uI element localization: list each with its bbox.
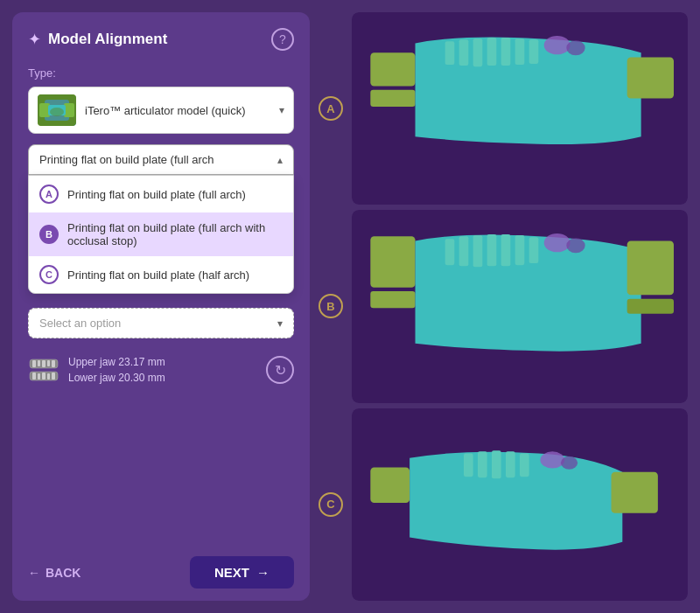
- preview-image-b: [352, 210, 688, 402]
- svg-point-28: [544, 36, 570, 54]
- svg-rect-31: [370, 291, 415, 308]
- panel-footer: ← BACK NEXT →: [28, 544, 294, 589]
- back-label: BACK: [46, 566, 80, 580]
- print-flat-dropdown-button[interactable]: Printing flat on build plate (full arch …: [28, 144, 294, 175]
- svg-rect-26: [529, 39, 539, 64]
- jaw-icon: [28, 358, 60, 382]
- preview-badge-a: A: [318, 96, 343, 121]
- svg-point-51: [561, 456, 578, 469]
- right-panel: A: [310, 0, 700, 613]
- preview-image-a: [352, 12, 688, 205]
- panel-header: ✦ Model Alignment ?: [28, 28, 294, 51]
- svg-rect-30: [370, 236, 415, 288]
- svg-rect-11: [52, 360, 55, 367]
- svg-rect-25: [515, 38, 525, 65]
- panel-title-row: ✦ Model Alignment: [28, 30, 167, 49]
- svg-rect-27: [627, 57, 674, 98]
- upper-jaw-text: Upper jaw 23.17 mm: [68, 354, 165, 370]
- jaw-texts: Upper jaw 23.17 mm Lower jaw 20.30 mm: [68, 354, 165, 386]
- wand-icon: ✦: [28, 30, 41, 49]
- svg-rect-7: [32, 360, 36, 367]
- chevron-down-icon: ▾: [279, 104, 284, 116]
- left-panel: ✦ Model Alignment ? Type: iTero™ articul…: [12, 12, 310, 601]
- refresh-button[interactable]: ↻: [266, 356, 294, 384]
- preview-badge-c: C: [318, 492, 343, 517]
- option-b-badge: B: [39, 225, 59, 244]
- svg-rect-8: [38, 360, 40, 366]
- preview-row-c: C: [318, 408, 688, 601]
- print-flat-label: Printing flat on build plate (full arch: [39, 153, 214, 166]
- option-a-text: Printing flat on build plate (full arch): [67, 188, 246, 201]
- option-c-item[interactable]: C Printing flat on build plate (half arc…: [29, 256, 293, 293]
- svg-rect-10: [47, 360, 50, 366]
- svg-rect-9: [42, 360, 46, 367]
- svg-rect-38: [529, 238, 539, 264]
- back-arrow-icon: ←: [28, 566, 40, 580]
- option-c-text: Printing flat on build plate (half arch): [67, 268, 249, 282]
- svg-rect-32: [445, 240, 455, 266]
- svg-rect-44: [464, 453, 473, 477]
- second-dropdown-placeholder: Select an option: [39, 317, 121, 330]
- svg-rect-34: [473, 235, 483, 267]
- option-a-item[interactable]: A Printing flat on build plate (full arc…: [29, 176, 293, 212]
- svg-rect-20: [445, 41, 455, 65]
- preview-row-a: A: [318, 12, 688, 205]
- model-icon: [38, 94, 76, 126]
- svg-rect-36: [501, 234, 511, 266]
- svg-point-5: [50, 108, 64, 116]
- lower-jaw-text: Lower jaw 20.30 mm: [68, 370, 165, 386]
- preview-image-c: [352, 408, 688, 601]
- svg-rect-49: [612, 471, 658, 512]
- svg-rect-47: [506, 451, 515, 477]
- svg-point-41: [544, 233, 570, 252]
- svg-rect-46: [492, 450, 501, 478]
- svg-point-42: [566, 239, 584, 254]
- svg-rect-48: [520, 453, 529, 477]
- second-dropdown[interactable]: Select an option ▾: [28, 308, 294, 338]
- jaw-info: Upper jaw 23.17 mm Lower jaw 20.30 mm ↻: [28, 354, 294, 386]
- svg-rect-21: [459, 39, 469, 66]
- type-dropdown-left: iTero™ articulator model (quick): [38, 94, 246, 126]
- svg-rect-23: [487, 38, 497, 66]
- svg-rect-19: [370, 90, 415, 107]
- svg-rect-40: [627, 299, 674, 314]
- svg-rect-16: [47, 373, 50, 380]
- preview-row-b: B: [318, 210, 688, 402]
- option-c-badge: C: [39, 265, 59, 284]
- svg-rect-14: [38, 373, 40, 380]
- svg-rect-43: [370, 467, 410, 503]
- svg-rect-15: [42, 373, 46, 380]
- type-dropdown[interactable]: iTero™ articulator model (quick) ▾: [28, 87, 294, 134]
- svg-rect-18: [370, 52, 415, 86]
- second-chevron-down-icon: ▾: [277, 317, 283, 330]
- option-b-text: Printing flat on build plate (full arch …: [67, 221, 283, 247]
- option-b-item[interactable]: B Printing flat on build plate (full arc…: [29, 212, 293, 256]
- help-button[interactable]: ?: [271, 28, 294, 51]
- svg-rect-35: [487, 234, 497, 266]
- svg-rect-17: [52, 373, 55, 380]
- svg-rect-13: [32, 373, 36, 380]
- svg-point-50: [540, 451, 564, 468]
- panel-title: Model Alignment: [48, 31, 167, 48]
- option-a-badge: A: [39, 185, 59, 204]
- type-text: iTero™ articulator model (quick): [85, 104, 246, 117]
- svg-point-29: [566, 40, 584, 55]
- svg-rect-37: [515, 235, 525, 265]
- svg-rect-22: [473, 38, 483, 66]
- back-button[interactable]: ← BACK: [28, 566, 80, 580]
- jaw-left: Upper jaw 23.17 mm Lower jaw 20.30 mm: [28, 354, 165, 386]
- next-button[interactable]: NEXT →: [190, 556, 294, 589]
- preview-badge-b: B: [318, 294, 343, 318]
- svg-rect-39: [627, 241, 674, 296]
- type-label: Type:: [28, 66, 294, 80]
- svg-rect-45: [478, 451, 487, 477]
- next-label: NEXT: [214, 565, 249, 580]
- next-arrow-icon: →: [256, 565, 270, 580]
- svg-rect-33: [459, 236, 469, 266]
- svg-rect-24: [501, 38, 511, 66]
- print-options-dropdown: A Printing flat on build plate (full arc…: [28, 175, 294, 294]
- chevron-up-icon: ▴: [277, 154, 283, 166]
